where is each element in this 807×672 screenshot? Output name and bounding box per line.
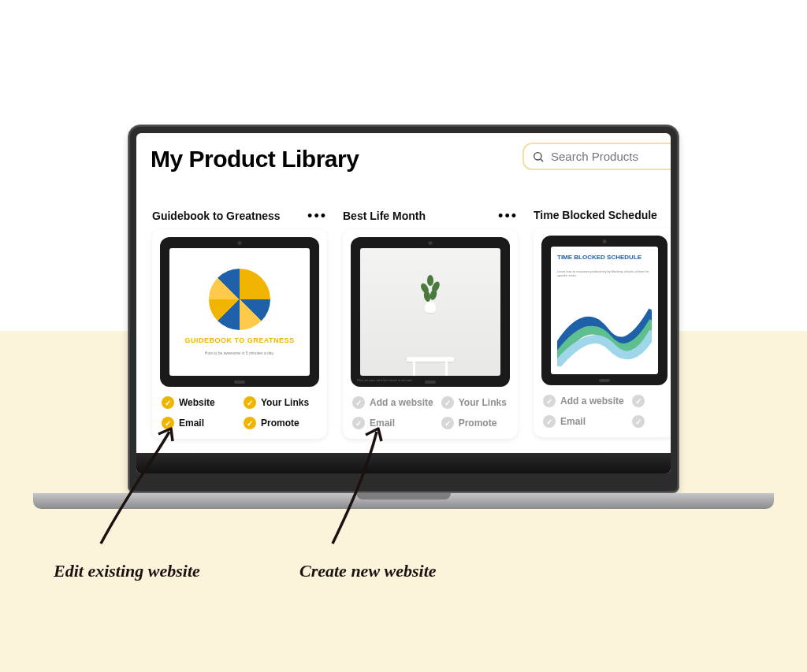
check-icon: ✓ — [162, 396, 174, 409]
action-promote[interactable]: ✓Promote — [244, 417, 318, 429]
annotation-edit-existing — [79, 425, 205, 562]
cover-title: GUIDEBOOK TO GREATNESS — [184, 336, 294, 344]
tablet-mockup: TIME BLOCKED SCHEDULE Learn how to maxim… — [541, 236, 668, 385]
action-label: Your Links — [261, 397, 309, 408]
check-icon: ✓ — [543, 395, 556, 407]
check-icon: ✓ — [441, 417, 454, 429]
product-name: Guidebook to Greatness — [152, 210, 281, 222]
cover-subtitle: Learn how to maximize productivity by bl… — [557, 269, 652, 277]
action-your-links[interactable]: ✓ — [632, 395, 666, 407]
annotation-caption: Edit existing website — [54, 561, 200, 581]
check-icon: ✓ — [244, 396, 256, 409]
search-input[interactable] — [549, 149, 660, 164]
action-email[interactable]: ✓Email — [543, 415, 624, 428]
laptop-screen: My Product Library Guidebook to Greatnes… — [136, 133, 671, 473]
product-column: Time Blocked Schedule TIME BLOCKED SCHED… — [534, 209, 671, 439]
cover-title: TIME BLOCKED SCHEDULE — [557, 254, 642, 262]
more-options-icon[interactable]: ••• — [498, 209, 518, 223]
action-website[interactable]: ✓Website — [162, 396, 236, 409]
search-field[interactable] — [523, 143, 671, 170]
action-label: Promote — [459, 418, 497, 429]
search-icon — [532, 150, 545, 163]
check-icon: ✓ — [352, 396, 365, 409]
action-label: Add a website — [370, 397, 433, 408]
action-your-links[interactable]: ✓Your Links — [244, 396, 318, 409]
action-add-website[interactable]: ✓Add a website — [352, 396, 433, 409]
annotation-create-new — [307, 425, 418, 562]
action-add-website[interactable]: ✓Add a website — [543, 395, 624, 407]
product-card[interactable]: GUIDEBOOK TO GREATNESS How to be awesome… — [152, 229, 327, 439]
more-options-icon[interactable]: ••• — [307, 209, 327, 223]
product-cover: TIME BLOCKED SCHEDULE Learn how to maxim… — [551, 247, 658, 374]
product-card[interactable]: TIME BLOCKED SCHEDULE Learn how to maxim… — [534, 228, 671, 437]
annotation-caption: Create new website — [299, 561, 437, 581]
product-cards-row: Guidebook to Greatness ••• GUIDEBOOK TO … — [151, 209, 656, 439]
arrow-icon — [307, 425, 418, 559]
action-label: Website — [179, 397, 215, 408]
product-column: Guidebook to Greatness ••• GUIDEBOOK TO … — [152, 209, 327, 439]
svg-line-1 — [541, 159, 543, 162]
action-label: Add a website — [560, 395, 624, 407]
svg-point-0 — [534, 152, 541, 159]
tablet-mockup: GUIDEBOOK TO GREATNESS How to be awesome… — [160, 237, 319, 387]
check-icon: ✓ — [543, 415, 556, 428]
product-card[interactable]: Plan out your best life month in minutes… — [343, 229, 518, 439]
product-column: Best Life Month ••• Plan out your best l… — [343, 209, 518, 439]
tablet-mockup: Plan out your best life month in minutes — [351, 237, 510, 387]
product-name: Time Blocked Schedule — [534, 209, 657, 221]
action-label: Promote — [261, 418, 299, 429]
product-library-app: My Product Library Guidebook to Greatnes… — [136, 133, 671, 473]
action-label: Email — [560, 416, 586, 427]
product-cover: Plan out your best life month in minutes — [360, 248, 500, 376]
wave-art — [557, 290, 652, 366]
product-name: Best Life Month — [343, 210, 426, 222]
check-icon: ✓ — [244, 417, 256, 429]
check-icon: ✓ — [441, 396, 454, 409]
check-icon: ✓ — [632, 395, 645, 407]
check-icon: ✓ — [632, 415, 645, 428]
action-label: Your Links — [459, 397, 507, 408]
cover-subtitle: How to be awesome in 5 minutes a day. — [205, 351, 274, 355]
action-your-links[interactable]: ✓Your Links — [441, 396, 508, 409]
action-promote[interactable]: ✓ — [632, 415, 666, 428]
arrow-icon — [79, 425, 205, 559]
product-cover: GUIDEBOOK TO GREATNESS How to be awesome… — [169, 248, 310, 376]
action-promote[interactable]: ✓Promote — [441, 417, 508, 429]
